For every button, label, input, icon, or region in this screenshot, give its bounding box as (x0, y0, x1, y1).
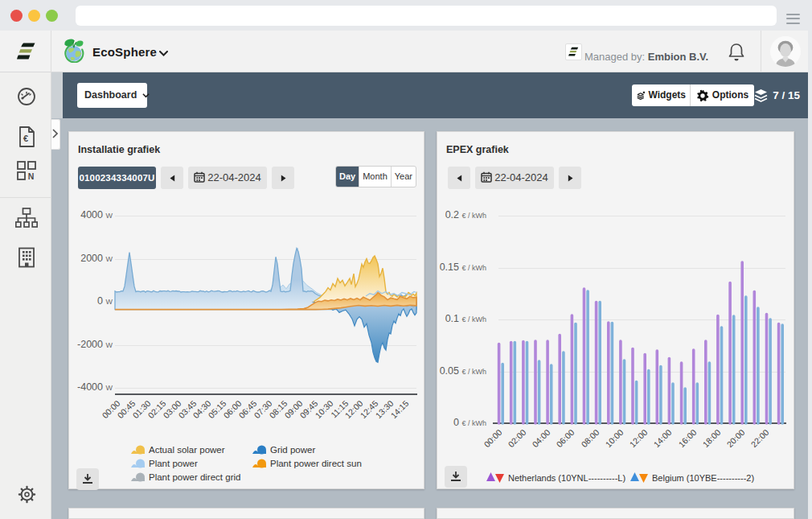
svg-text:N: N (28, 171, 35, 181)
svg-text:€: € (23, 134, 28, 143)
